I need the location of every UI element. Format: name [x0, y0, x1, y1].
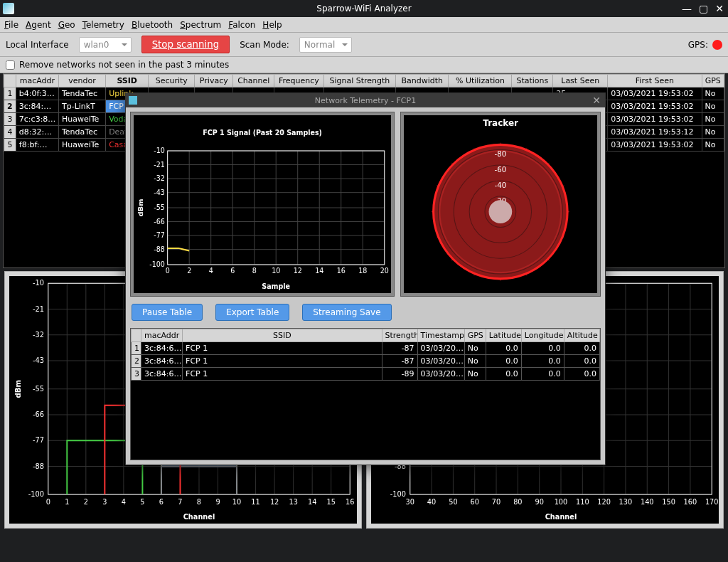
svg-text:10: 10	[232, 498, 241, 506]
svg-text:170: 170	[705, 498, 719, 506]
col-strength[interactable]: Strength	[382, 329, 417, 342]
svg-text:50: 50	[449, 498, 457, 506]
telemetry-dialog: Network Telemetry - FCP1 ✕ FCP 1 Signal …	[125, 92, 606, 465]
col-timestamp[interactable]: Timestamp	[417, 329, 464, 342]
svg-text:11: 11	[251, 498, 259, 506]
menu-agent[interactable]: Agent	[26, 20, 51, 30]
col-frequency[interactable]: Frequency	[274, 75, 324, 88]
svg-text:6: 6	[159, 498, 164, 506]
col-longitude[interactable]: Longitude	[521, 329, 564, 342]
export-table-button[interactable]: Export Table	[215, 304, 289, 321]
svg-text:-80: -80	[495, 150, 507, 158]
iface-label: Local Interface	[6, 40, 69, 50]
col-macaddr[interactable]: macAddr	[141, 329, 183, 342]
svg-text:0: 0	[166, 267, 170, 275]
svg-text:-55: -55	[33, 385, 44, 393]
pause-table-button[interactable]: Pause Table	[132, 304, 203, 321]
col-gps[interactable]: GPS	[464, 329, 486, 342]
svg-text:-60: -60	[495, 166, 507, 174]
menubar: File Agent Geo Telemetry Bluetooth Spect…	[0, 17, 728, 33]
svg-text:9: 9	[215, 498, 220, 506]
filter-checkbox[interactable]	[6, 60, 15, 70]
svg-text:-88: -88	[154, 245, 165, 253]
dialog-close-icon[interactable]: ✕	[592, 95, 601, 106]
svg-text:13: 13	[289, 498, 297, 506]
menu-bluetooth[interactable]: Bluetooth	[132, 20, 173, 30]
filter-label: Remove networks not seen in the past 3 m…	[19, 60, 229, 70]
col-ssid[interactable]: SSID	[183, 329, 382, 342]
svg-text:Channel: Channel	[545, 513, 577, 521]
svg-text:160: 160	[684, 498, 697, 506]
svg-text:18: 18	[358, 267, 367, 275]
svg-point-176	[489, 200, 513, 223]
svg-text:90: 90	[535, 498, 543, 506]
col-gps[interactable]: GPS	[702, 75, 724, 88]
dialog-icon	[129, 96, 137, 105]
menu-file[interactable]: File	[4, 20, 18, 30]
svg-text:80: 80	[513, 498, 522, 506]
svg-text:dBm: dBm	[14, 380, 22, 398]
svg-text:4: 4	[122, 498, 126, 506]
svg-text:10: 10	[272, 267, 280, 275]
col-stations[interactable]: Stations	[512, 75, 553, 88]
table-row[interactable]: 23c:84:6…FCP 1 -8703/03/20…No 0.00.00.0	[132, 355, 600, 368]
svg-text:20: 20	[380, 267, 389, 275]
menu-spectrum[interactable]: Spectrum	[180, 20, 221, 30]
svg-text:120: 120	[597, 498, 611, 506]
svg-text:2: 2	[84, 498, 88, 506]
close-icon[interactable]: ✕	[715, 3, 724, 14]
minimize-icon[interactable]: —	[682, 3, 692, 14]
svg-text:12: 12	[294, 267, 302, 275]
col-bandwidth[interactable]: Bandwidth	[395, 75, 449, 88]
dialog-title: Network Telemetry - FCP1	[315, 96, 416, 105]
col-lastseen[interactable]: Last Seen	[553, 75, 608, 88]
svg-text:60: 60	[471, 498, 479, 506]
svg-text:-21: -21	[33, 304, 44, 312]
col-latitude[interactable]: Latitude	[486, 329, 521, 342]
dialog-titlebar: Network Telemetry - FCP1 ✕	[126, 93, 605, 107]
svg-text:-100: -100	[390, 490, 406, 498]
col-signalstrength[interactable]: Signal Strength	[323, 75, 395, 88]
svg-text:140: 140	[641, 498, 654, 506]
iface-select[interactable]: wlan0	[79, 37, 132, 53]
col-altitude[interactable]: Altitude	[564, 329, 599, 342]
col-security[interactable]: Security	[149, 75, 195, 88]
col-vendor[interactable]: vendor	[58, 75, 105, 88]
scan-button[interactable]: Stop scanning	[141, 36, 230, 53]
filter-row: Remove networks not seen in the past 3 m…	[0, 57, 728, 73]
svg-text:-77: -77	[33, 436, 44, 444]
mode-select[interactable]: Normal	[299, 37, 352, 53]
svg-text:-88: -88	[33, 462, 44, 470]
maximize-icon[interactable]: ▢	[699, 3, 708, 14]
svg-text:-43: -43	[33, 356, 44, 364]
svg-text:7: 7	[178, 498, 182, 506]
table-row[interactable]: 33c:84:6…FCP 1 -8903/03/20…No 0.00.00.0	[132, 368, 600, 381]
menu-geo[interactable]: Geo	[58, 20, 75, 30]
menu-falcon[interactable]: Falcon	[228, 20, 255, 30]
svg-text:8: 8	[197, 498, 201, 506]
svg-text:-32: -32	[33, 331, 44, 339]
gps-label: GPS:	[688, 40, 708, 50]
svg-text:-40: -40	[495, 181, 507, 189]
svg-text:-21: -21	[154, 160, 165, 168]
svg-text:110: 110	[576, 498, 589, 506]
col-privacy[interactable]: Privacy	[195, 75, 233, 88]
svg-text:dBm: dBm	[137, 198, 145, 216]
svg-text:-66: -66	[33, 410, 44, 418]
col-channel[interactable]: Channel	[233, 75, 274, 88]
telemetry-table[interactable]: macAddrSSIDStrengthTimestampGPSLatitudeL…	[130, 328, 601, 460]
col-macaddr[interactable]: macAddr	[16, 75, 58, 88]
col-ssid[interactable]: SSID	[106, 75, 149, 88]
svg-text:-66: -66	[154, 217, 165, 225]
table-row[interactable]: 13c:84:6…FCP 1 -8703/03/20…No 0.00.00.0	[132, 342, 600, 355]
menu-help[interactable]: Help	[262, 20, 282, 30]
svg-text:30: 30	[406, 498, 414, 506]
svg-text:-43: -43	[154, 188, 165, 196]
svg-text:5: 5	[140, 498, 144, 506]
col-utilization[interactable]: % Utilization	[449, 75, 512, 88]
svg-text:100: 100	[555, 498, 568, 506]
streaming-save-button[interactable]: Streaming Save	[302, 304, 391, 321]
menu-telemetry[interactable]: Telemetry	[82, 20, 124, 30]
svg-text:16: 16	[346, 498, 354, 506]
col-firstseen[interactable]: First Seen	[608, 75, 702, 88]
